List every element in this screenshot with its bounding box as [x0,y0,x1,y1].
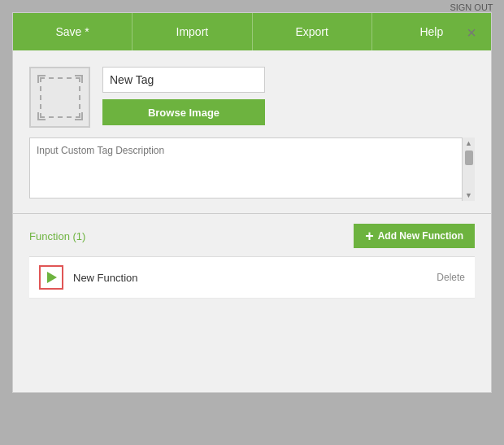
play-triangle-icon [47,272,57,283]
function-item: New Function Delete [29,257,475,299]
tag-name-input[interactable] [102,67,265,93]
corner-br [75,112,83,120]
function-play-button[interactable] [39,265,63,290]
tag-name-section: Browse Image [102,67,265,125]
main-panel: Save * Import Export Help × Browse Image [12,12,492,393]
image-placeholder-inner [40,77,80,118]
corner-bl [37,112,46,120]
tag-header: Browse Image [29,67,475,128]
function-title: Function (1) [29,230,85,242]
description-container: ▲ ▼ [29,137,475,201]
function-list: New Function Delete [29,256,475,299]
content-area: Browse Image ▲ ▼ Function (1) + Add New … [13,50,491,392]
scroll-up-arrow[interactable]: ▲ [463,137,476,149]
add-function-label: Add New Function [378,230,463,242]
image-placeholder[interactable] [29,67,90,128]
divider [13,213,491,214]
scroll-down-arrow[interactable]: ▼ [463,190,476,201]
import-button[interactable]: Import [133,13,252,50]
function-header: Function (1) + Add New Function [29,224,475,256]
browse-image-button[interactable]: Browse Image [102,99,265,125]
scrollbar[interactable]: ▲ ▼ [462,137,475,201]
sign-out-text[interactable]: SIGN OUT [450,2,493,12]
save-button[interactable]: Save * [13,13,133,50]
delete-function-link[interactable]: Delete [437,272,465,283]
scroll-thumb-bar [465,151,473,165]
description-textarea[interactable] [29,137,475,199]
corner-tr [75,75,83,83]
toolbar: Save * Import Export Help [13,13,491,50]
empty-area [29,299,475,380]
scroll-thumb-area [463,149,475,190]
function-name-label: New Function [73,272,427,284]
export-button[interactable]: Export [253,13,372,50]
close-button[interactable]: × [460,21,483,44]
corner-tl [37,75,46,83]
plus-icon: + [365,229,374,243]
add-function-button[interactable]: + Add New Function [354,224,475,248]
